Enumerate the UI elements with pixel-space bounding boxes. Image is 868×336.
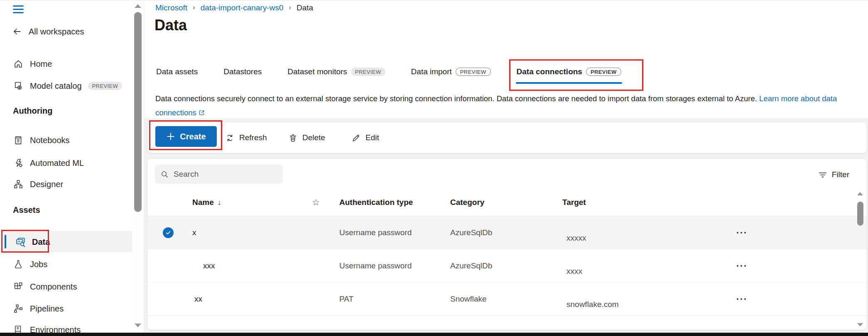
- row-selected-checkbox[interactable]: [163, 227, 174, 238]
- cell-auth: Username password: [339, 261, 450, 270]
- sidebar-item-label: Designer: [30, 180, 63, 189]
- sidebar-item-designer[interactable]: Designer: [13, 178, 63, 190]
- cell-name: x: [185, 228, 309, 237]
- row-more-actions-button[interactable]: [729, 293, 754, 305]
- row-more-actions-button[interactable]: [729, 226, 754, 239]
- chevron-right-icon: ›: [193, 3, 195, 12]
- sidebar-section-authoring: Authoring: [13, 106, 53, 116]
- cell-auth: PAT: [339, 295, 450, 304]
- delete-label: Delete: [302, 133, 325, 142]
- breadcrumb-current: Data: [297, 3, 313, 12]
- sidebar-item-components[interactable]: Components: [13, 280, 77, 293]
- scroll-up-arrow[interactable]: [135, 4, 141, 8]
- hamburger-menu-icon[interactable]: [13, 5, 24, 14]
- create-label: Create: [180, 132, 206, 141]
- external-link-icon: [198, 109, 205, 116]
- cell-category: AzureSqlDb: [450, 228, 562, 237]
- table-header-row: Name ↓ ☆ Authentication type Category Ta…: [147, 189, 867, 216]
- filter-icon: [818, 170, 827, 179]
- sidebar-selected-indicator: [5, 235, 6, 248]
- model-catalog-icon: [13, 80, 24, 91]
- refresh-button[interactable]: Refresh: [226, 122, 267, 153]
- pipelines-icon: [13, 303, 24, 314]
- components-icon: [13, 281, 24, 292]
- sidebar-item-jobs[interactable]: Jobs: [13, 258, 47, 270]
- sidebar-item-home[interactable]: Home: [13, 58, 52, 70]
- table-row[interactable]: xx PAT Snowflake snowflake.com: [147, 282, 867, 316]
- notebooks-icon: [13, 135, 24, 146]
- edit-button[interactable]: Edit: [352, 122, 379, 153]
- automated-ml-icon: [13, 158, 24, 168]
- filter-button[interactable]: Filter: [818, 168, 849, 181]
- column-header-name[interactable]: Name: [192, 198, 214, 207]
- filter-label: Filter: [832, 170, 849, 179]
- scrollbar-thumb[interactable]: [857, 202, 863, 226]
- sidebar-item-model-catalog[interactable]: Model catalog PREVIEW: [13, 80, 122, 92]
- sidebar-item-label: Data: [32, 237, 50, 247]
- data-icon: [15, 236, 26, 247]
- sidebar-item-notebooks[interactable]: Notebooks: [13, 134, 70, 146]
- search-input[interactable]: [174, 170, 269, 179]
- table-scrollbar[interactable]: [856, 191, 865, 326]
- sidebar-item-label: Model catalog: [30, 81, 82, 91]
- scroll-down-arrow[interactable]: [135, 324, 141, 327]
- cell-category: AzureSqlDb: [450, 261, 562, 270]
- preview-badge: PREVIEW: [351, 68, 385, 76]
- refresh-icon: [226, 134, 234, 142]
- breadcrumb: Microsoft › data-import-canary-ws0 › Dat…: [155, 3, 313, 12]
- home-icon: [13, 58, 24, 69]
- tab-dataset-monitors[interactable]: Dataset monitors PREVIEW: [287, 63, 386, 84]
- tab-data-assets[interactable]: Data assets: [155, 63, 199, 84]
- edit-label: Edit: [365, 133, 379, 142]
- plus-icon: [166, 132, 175, 141]
- sidebar-section-assets: Assets: [13, 205, 40, 215]
- column-header-target[interactable]: Target: [562, 198, 729, 207]
- create-button[interactable]: Create: [155, 126, 217, 147]
- tab-data-connections[interactable]: Data connections PREVIEW: [516, 63, 622, 84]
- sort-descending-icon[interactable]: ↓: [218, 198, 221, 207]
- app-window: All workspaces Home Model catalog PREVIE…: [0, 0, 868, 336]
- table-row[interactable]: xxx Username password AzureSqlDb xxxx: [147, 249, 867, 282]
- scroll-down-arrow[interactable]: [857, 323, 863, 326]
- sidebar-item-data[interactable]: Data: [15, 236, 50, 248]
- cell-category: Snowflake: [450, 295, 562, 304]
- sidebar-item-pipelines[interactable]: Pipelines: [13, 302, 64, 315]
- cell-target: snowflake.com: [562, 289, 729, 309]
- designer-icon: [13, 179, 24, 190]
- column-header-category[interactable]: Category: [450, 198, 562, 207]
- scroll-up-arrow[interactable]: [857, 192, 863, 195]
- row-more-actions-button[interactable]: [729, 260, 754, 272]
- search-box[interactable]: [155, 165, 283, 184]
- back-all-workspaces[interactable]: All workspaces: [12, 25, 84, 38]
- trash-icon: [289, 134, 297, 142]
- cell-name: xxx: [185, 261, 309, 270]
- cell-auth: Username password: [339, 228, 450, 237]
- preview-badge: PREVIEW: [88, 82, 123, 90]
- page-description: Data connections securely connect to an …: [155, 92, 860, 119]
- tab-label: Data import: [411, 67, 452, 76]
- tab-label: Datastores: [223, 67, 262, 76]
- tab-data-import[interactable]: Data import PREVIEW: [410, 63, 492, 84]
- window-bottom-edge: [0, 333, 868, 336]
- column-header-auth[interactable]: Authentication type: [339, 198, 450, 207]
- tab-bar: Data assets Datastores Dataset monitors …: [155, 63, 622, 86]
- page-title: Data: [154, 17, 187, 34]
- jobs-icon: [13, 259, 24, 270]
- delete-button[interactable]: Delete: [289, 122, 325, 153]
- table-row[interactable]: x Username password AzureSqlDb xxxxx: [147, 216, 867, 249]
- cell-target: xxxx: [562, 256, 729, 276]
- tab-datastores[interactable]: Datastores: [223, 63, 262, 84]
- pencil-icon: [352, 134, 360, 142]
- description-text: Data connections securely connect to an …: [155, 94, 759, 103]
- favorite-column-star-icon[interactable]: ☆: [309, 197, 339, 207]
- sidebar-item-automated-ml[interactable]: Automated ML: [13, 157, 84, 169]
- breadcrumb-microsoft[interactable]: Microsoft: [155, 3, 187, 12]
- cell-name: xx: [185, 295, 309, 304]
- breadcrumb-workspace[interactable]: data-import-canary-ws0: [201, 3, 284, 12]
- tab-label: Data connections: [517, 67, 582, 76]
- sidebar-scrollbar[interactable]: [132, 0, 144, 333]
- sidebar-item-label: Notebooks: [30, 136, 70, 145]
- scrollbar-thumb[interactable]: [134, 12, 142, 212]
- refresh-label: Refresh: [239, 133, 267, 142]
- tab-label: Dataset monitors: [287, 67, 347, 76]
